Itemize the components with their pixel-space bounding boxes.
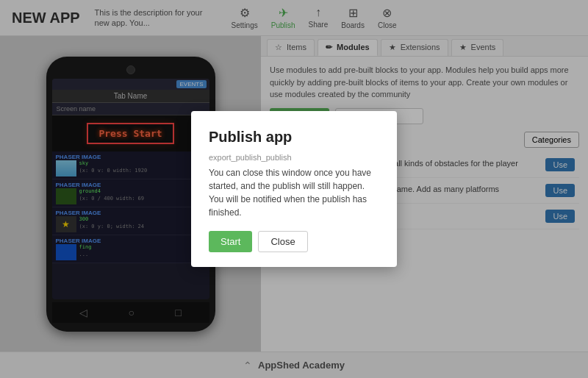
modal-close-button[interactable]: Close bbox=[258, 231, 307, 252]
modal-overlay: Publish app export_publish_publish You c… bbox=[0, 0, 588, 378]
modal-export-label: export_publish_publish bbox=[209, 153, 379, 162]
modal-body-text: You can close this window once you have … bbox=[209, 166, 379, 219]
modal-buttons: Start Close bbox=[209, 231, 379, 252]
publish-modal: Publish app export_publish_publish You c… bbox=[191, 111, 397, 267]
modal-title: Publish app bbox=[209, 129, 379, 146]
modal-start-button[interactable]: Start bbox=[209, 231, 252, 252]
